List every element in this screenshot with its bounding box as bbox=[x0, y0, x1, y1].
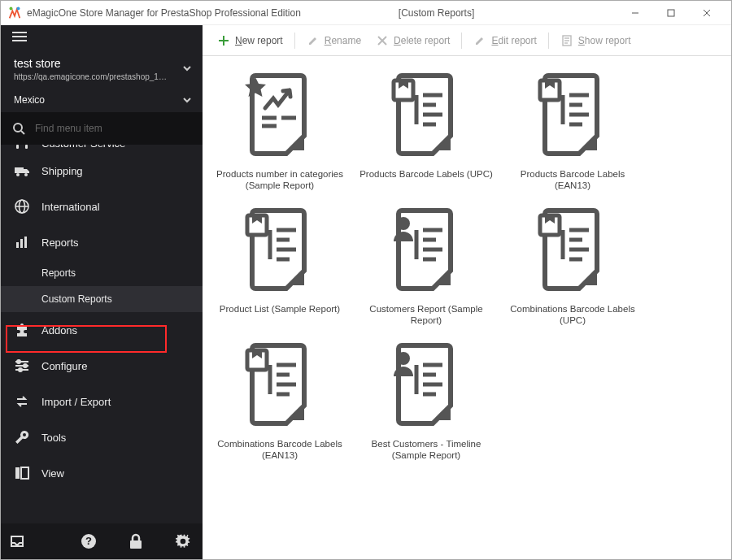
edit-report-button[interactable]: Edit report bbox=[467, 28, 542, 53]
report-document-icon bbox=[239, 339, 320, 433]
svg-rect-20 bbox=[20, 239, 23, 248]
separator bbox=[548, 33, 549, 49]
svg-rect-13 bbox=[15, 167, 24, 173]
report-tile[interactable]: Product List (Sample Report) bbox=[211, 204, 349, 326]
rename-button[interactable]: Rename bbox=[300, 28, 368, 53]
svg-point-0 bbox=[10, 7, 13, 10]
report-tile-label: Best Customers - Timeline (Sample Report… bbox=[357, 438, 495, 461]
x-icon bbox=[376, 34, 389, 47]
report-tile-label: Combinations Barcode Labels (EAN13) bbox=[211, 438, 349, 461]
gear-icon[interactable] bbox=[172, 530, 194, 553]
globe-icon bbox=[14, 198, 30, 215]
svg-rect-21 bbox=[24, 237, 27, 248]
shop-context-switcher[interactable]: Mexico bbox=[1, 88, 203, 112]
inbox-icon[interactable] bbox=[6, 530, 28, 553]
sidebar-item-label: Shipping bbox=[41, 165, 83, 177]
sidebar-item-label: Tools bbox=[41, 432, 66, 444]
swap-icon bbox=[14, 393, 30, 410]
report-tile-label: Products Barcode Labels (UPC) bbox=[359, 168, 493, 180]
sidebar-item-label: Reports bbox=[41, 237, 79, 249]
window-title-suffix: [Custom Reports] bbox=[399, 7, 474, 19]
sidebar-subitem-custom-reports[interactable]: Custom Reports bbox=[1, 286, 203, 312]
store-switcher[interactable]: test store https://qa.emagicone.com/pres… bbox=[1, 48, 203, 88]
report-document-icon bbox=[386, 204, 467, 298]
report-tile[interactable]: Products Barcode Labels (UPC) bbox=[357, 69, 495, 191]
svg-point-14 bbox=[16, 173, 20, 176]
hamburger-icon[interactable] bbox=[12, 31, 27, 42]
toolbar: NNew reportew report Rename Delete repor… bbox=[203, 25, 731, 56]
minimize-button[interactable] bbox=[617, 2, 653, 24]
truck-icon bbox=[14, 163, 30, 179]
maximize-button[interactable] bbox=[653, 2, 689, 24]
help-icon[interactable]: ? bbox=[77, 530, 100, 553]
report-tile[interactable]: Combinations Barcode Labels (UPC) bbox=[503, 204, 642, 326]
report-tile[interactable]: Customers Report (Sample Report) bbox=[357, 204, 495, 326]
svg-point-26 bbox=[24, 364, 27, 367]
report-tile[interactable]: Products number in categories (Sample Re… bbox=[211, 69, 349, 191]
lock-icon[interactable] bbox=[124, 530, 147, 553]
report-tile[interactable]: Best Customers - Timeline (Sample Report… bbox=[357, 339, 495, 461]
app-icon bbox=[7, 6, 22, 20]
sidebar: test store https://qa.emagicone.com/pres… bbox=[1, 25, 203, 559]
toolbar-label: Edit report bbox=[491, 35, 536, 46]
wrench-icon bbox=[14, 429, 30, 445]
report-document-icon bbox=[386, 339, 467, 433]
chevron-down-icon bbox=[181, 63, 193, 74]
svg-rect-19 bbox=[16, 242, 19, 248]
window-title-prefix: eMagicOne Store Manager for PrestaShop P… bbox=[27, 7, 301, 19]
sidebar-item-label: Reports bbox=[41, 267, 76, 279]
sidebar-item-shipping[interactable]: Shipping bbox=[1, 153, 203, 189]
report-tile-label: Customers Report (Sample Report) bbox=[357, 303, 495, 326]
menu-search[interactable] bbox=[1, 112, 203, 145]
sidebar-item-customer-service[interactable]: Customer Service bbox=[1, 145, 203, 153]
sidebar-item-import-export[interactable]: Import / Export bbox=[1, 384, 203, 419]
sidebar-subitem-reports[interactable]: Reports bbox=[1, 260, 203, 286]
chevron-down-icon bbox=[181, 94, 193, 106]
toolbar-label: Rename bbox=[325, 35, 361, 46]
report-document-icon bbox=[532, 204, 613, 298]
report-document-icon bbox=[239, 204, 320, 298]
close-button[interactable] bbox=[689, 2, 725, 24]
report-tile[interactable]: Combinations Barcode Labels (EAN13) bbox=[211, 339, 349, 461]
plus-icon bbox=[217, 34, 230, 47]
delete-report-button[interactable]: Delete report bbox=[369, 28, 456, 53]
sidebar-item-label: Addons bbox=[41, 324, 77, 336]
bar-chart-icon bbox=[14, 234, 30, 250]
svg-line-10 bbox=[21, 131, 24, 134]
puzzle-icon bbox=[14, 322, 30, 338]
svg-text:?: ? bbox=[85, 535, 92, 547]
panels-icon bbox=[14, 465, 30, 481]
pencil-icon bbox=[473, 34, 486, 47]
show-report-button[interactable]: Show report bbox=[554, 28, 638, 53]
svg-point-1 bbox=[17, 7, 20, 10]
menu-search-input[interactable] bbox=[33, 122, 191, 135]
sidebar-item-tools[interactable]: Tools bbox=[1, 419, 203, 455]
sidebar-item-label: International bbox=[41, 201, 100, 213]
sidebar-item-configure[interactable]: Configure bbox=[1, 348, 203, 384]
svg-rect-3 bbox=[668, 10, 674, 16]
report-document-icon bbox=[239, 69, 320, 163]
report-tile-label: Products Barcode Labels (EAN13) bbox=[503, 168, 642, 191]
report-tile-label: Products number in categories (Sample Re… bbox=[211, 168, 349, 191]
new-report-button[interactable]: NNew reportew report bbox=[211, 28, 290, 53]
sliders-icon bbox=[14, 358, 30, 374]
sidebar-item-international[interactable]: International bbox=[1, 189, 203, 224]
shop-context-label: Mexico bbox=[14, 94, 45, 106]
report-tile[interactable]: Products Barcode Labels (EAN13) bbox=[503, 69, 642, 191]
report-document-icon bbox=[386, 69, 467, 163]
toolbar-label: Delete report bbox=[394, 35, 450, 46]
store-url: https://qa.emagicone.com/prestashop_1764… bbox=[14, 72, 168, 81]
sidebar-item-view[interactable]: View bbox=[1, 455, 203, 491]
separator bbox=[461, 33, 462, 49]
sidebar-item-reports[interactable]: Reports bbox=[1, 224, 203, 260]
store-name: test store bbox=[14, 56, 175, 71]
toolbar-label: Show report bbox=[578, 35, 631, 46]
sidebar-item-addons[interactable]: Addons bbox=[1, 312, 203, 348]
sidebar-item-label: Import / Export bbox=[41, 396, 111, 408]
svg-rect-12 bbox=[25, 145, 28, 149]
title-bar: eMagicOne Store Manager for PrestaShop P… bbox=[1, 1, 731, 25]
svg-point-25 bbox=[17, 360, 20, 363]
report-document-icon bbox=[532, 69, 613, 163]
report-preview-icon bbox=[560, 34, 573, 47]
separator bbox=[294, 33, 295, 49]
